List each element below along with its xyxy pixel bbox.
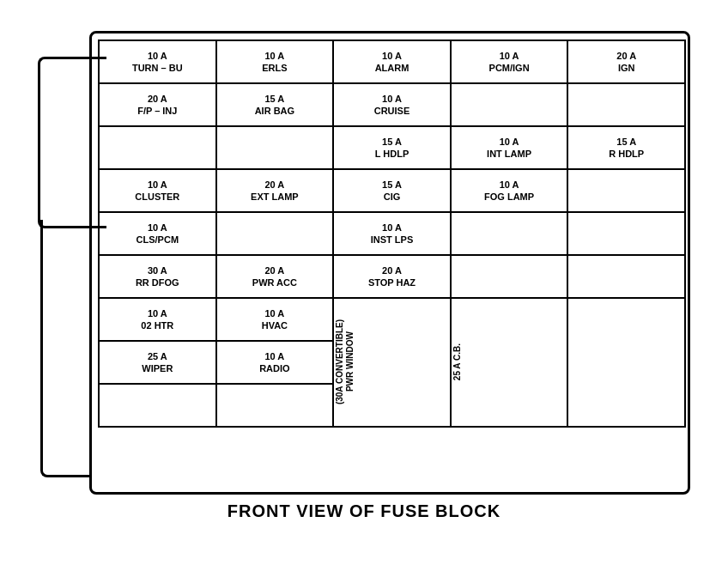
fuse-cell-alarm: 10 AALARM <box>333 40 451 83</box>
fuse-cell-cig: 15 ACIG <box>333 169 451 212</box>
diagram-container: 10 ATURN – BU 10 AERLS 10 AALARM 10 APCM… <box>29 31 699 546</box>
fuse-cell-empty-r2c5 <box>567 83 685 126</box>
fuse-cell-empty-r7c5 <box>567 298 685 427</box>
table-row: 10 A02 HTR 10 AHVAC (30A CONVERTIBLE)PWR… <box>99 298 685 341</box>
fuse-cell-wiper: 25 AWIPER <box>99 341 216 384</box>
fuse-cell-empty-r5c4 <box>451 212 568 255</box>
fuse-cell-turn-bu: 10 ATURN – BU <box>99 40 216 83</box>
fuse-cell-l-hdlp: 15 AL HDLP <box>333 126 451 169</box>
fuse-cell-fp-inj: 20 AF/P – INJ <box>99 83 216 126</box>
fuse-cell-r-hdlp: 15 AR HDLP <box>567 126 685 169</box>
fuse-cell-empty-r2c4 <box>451 83 568 126</box>
fuse-block-wrapper: 10 ATURN – BU 10 AERLS 10 AALARM 10 APCM… <box>38 31 690 495</box>
fuse-cell-stop-haz: 20 ASTOP HAZ <box>333 255 451 298</box>
fuse-cell-ign: 20 AIGN <box>567 40 685 83</box>
fuse-cell-hvac: 10 AHVAC <box>216 298 334 341</box>
fuse-cell-pcm-ign: 10 APCM/IGN <box>451 40 568 83</box>
page-title: FRONT VIEW OF FUSE BLOCK <box>228 501 500 521</box>
left-notch-bottom <box>40 220 89 477</box>
fuse-cell-pwr-window: (30A CONVERTIBLE)PWR WINDOW <box>333 298 451 427</box>
fuse-cell-radio: 10 ARADIO <box>216 341 334 384</box>
fuse-cell-air-bag: 15 AAIR BAG <box>216 83 334 126</box>
table-area: 10 ATURN – BU 10 AERLS 10 AALARM 10 APCM… <box>98 39 686 490</box>
fuse-cell-cls-pcm: 10 ACLS/PCM <box>99 212 216 255</box>
table-row: 10 ATURN – BU 10 AERLS 10 AALARM 10 APCM… <box>99 40 685 83</box>
fuse-cell-cruise: 10 ACRUISE <box>333 83 451 126</box>
fuse-cell-erls: 10 AERLS <box>216 40 334 83</box>
fuse-cell-fog-lamp: 10 AFOG LAMP <box>451 169 568 212</box>
fuse-cell-cluster: 10 ACLUSTER <box>99 169 216 212</box>
fuse-cell-empty-r9c2 <box>216 384 334 427</box>
fuse-cell-02-htr: 10 A02 HTR <box>99 298 216 341</box>
table-row: 15 AL HDLP 10 AINT LAMP 15 AR HDLP <box>99 126 685 169</box>
fuse-cell-ext-lamp: 20 AEXT LAMP <box>216 169 334 212</box>
fuse-cell-empty-r3c1 <box>99 126 216 169</box>
fuse-cell-25-cb: 25 A C.B. <box>451 298 568 427</box>
table-row: 20 AF/P – INJ 15 AAIR BAG 10 ACRUISE <box>99 83 685 126</box>
fuse-cell-empty-r5c5 <box>567 212 685 255</box>
fuse-cell-empty-r9c1 <box>99 384 216 427</box>
fuse-table: 10 ATURN – BU 10 AERLS 10 AALARM 10 APCM… <box>98 39 686 428</box>
fuse-cell-empty-r3c2 <box>216 126 334 169</box>
table-row: 10 ACLUSTER 20 AEXT LAMP 15 ACIG 10 AFOG… <box>99 169 685 212</box>
fuse-cell-empty-r6c4 <box>451 255 568 298</box>
fuse-cell-int-lamp: 10 AINT LAMP <box>451 126 568 169</box>
fuse-cell-empty-r4c5 <box>567 169 685 212</box>
fuse-cell-empty-r6c5 <box>567 255 685 298</box>
fuse-cell-pwr-acc: 20 APWR ACC <box>216 255 334 298</box>
fuse-cell-rr-dfog: 30 ARR DFOG <box>99 255 216 298</box>
fuse-cell-empty-r5c2 <box>216 212 334 255</box>
fuse-cell-inst-lps: 10 AINST LPS <box>333 212 451 255</box>
table-row: 30 ARR DFOG 20 APWR ACC 20 ASTOP HAZ <box>99 255 685 298</box>
table-row: 10 ACLS/PCM 10 AINST LPS <box>99 212 685 255</box>
